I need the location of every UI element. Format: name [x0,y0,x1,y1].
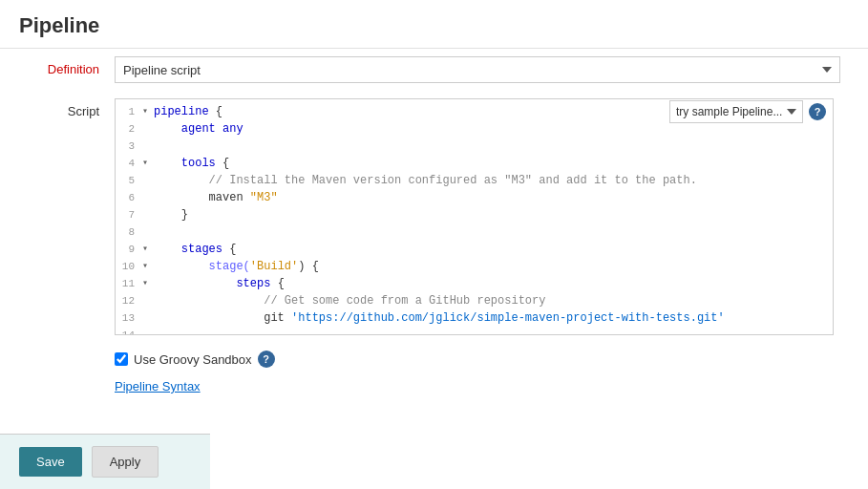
apply-button[interactable]: Apply [92,446,159,478]
script-editor-wrap: try sample Pipeline... ? 1▾pipeline { 2 … [115,98,849,335]
definition-label: Definition [19,56,115,76]
help-icon[interactable]: ? [809,103,826,120]
page-title: Pipeline [0,0,868,48]
save-button[interactable]: Save [19,447,82,477]
script-row: Script try sample Pipeline... ? 1▾pipeli… [0,91,868,343]
definition-control: Pipeline script Pipeline script from SCM [115,56,849,83]
groovy-help-icon[interactable]: ? [258,351,275,368]
script-label: Script [19,98,115,118]
pipeline-syntax-link[interactable]: Pipeline Syntax [0,375,868,403]
sample-pipeline-select[interactable]: try sample Pipeline... [669,100,803,123]
groovy-sandbox-checkbox[interactable] [115,352,128,366]
code-editor[interactable]: 1▾pipeline { 2 agent any 3 4▾ tools { 5 … [115,98,834,335]
pipeline-type-select[interactable]: Pipeline script Pipeline script from SCM [115,56,840,83]
definition-row: Definition Pipeline script Pipeline scri… [0,48,868,91]
sample-select-wrap: try sample Pipeline... ? [669,100,826,123]
groovy-sandbox-row: Use Groovy Sandbox ? [0,343,868,375]
groovy-sandbox-label: Use Groovy Sandbox [134,352,252,367]
footer-bar: Save Apply [0,434,210,489]
